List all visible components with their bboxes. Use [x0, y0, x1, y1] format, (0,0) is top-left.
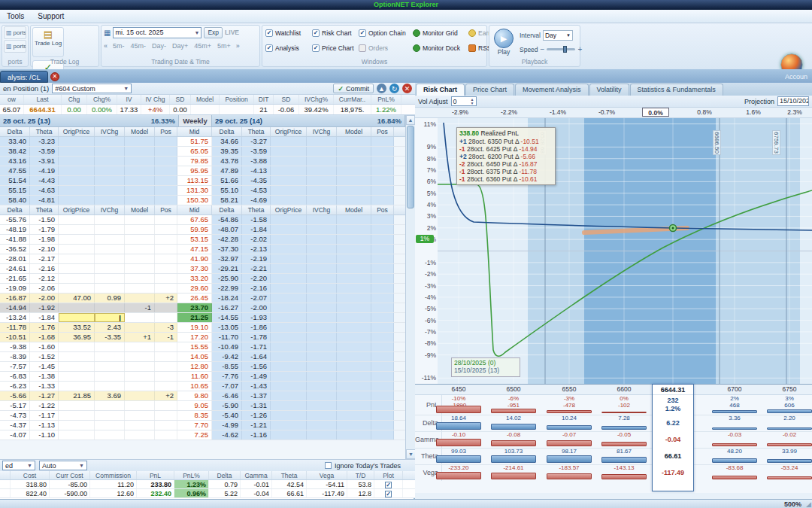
chain-row[interactable]: -21.65-2.1233.20-25.90-2.20	[0, 274, 405, 284]
nav-button-Day[interactable]: Day-	[149, 42, 169, 50]
account-panel-label[interactable]: Accoun	[785, 71, 812, 83]
plot-checkbox[interactable]: ✓	[385, 491, 392, 497]
closed-filter-select[interactable]: ed▼	[2, 461, 35, 470]
chain-row[interactable]: 55.15-4.63131.3055.10-4.53	[0, 186, 405, 196]
plot-checkbox[interactable]: ✓	[385, 482, 392, 488]
reports-button[interactable]: ▥ports	[4, 26, 26, 39]
chain-row[interactable]: 38.42-3.5965.0539.35-3.59	[0, 147, 405, 157]
risk-chart-plot[interactable]: 11%9%8%7%6%5%4%3%2%1%-1%-2%-3%-4%-5%-6%-…	[415, 118, 812, 384]
group-mode-select[interactable]: Auto▼	[39, 461, 87, 470]
tab-risk-chart[interactable]: Risk Chart	[416, 84, 465, 96]
window-toggle-analysis[interactable]: ✓Analysis	[265, 43, 312, 53]
price-edit-input[interactable]: |	[95, 313, 125, 322]
interval-select[interactable]: Day▼	[543, 30, 573, 41]
spinner-arrows-icon[interactable]: ▲▼	[471, 98, 474, 105]
top-axis-current-marker[interactable]: 0.0%	[642, 108, 669, 117]
chevron-right-icon[interactable]: »	[236, 42, 240, 50]
projection-date-input[interactable]: 15/10/2025	[777, 96, 809, 106]
trade-date-input[interactable]: mi. 15 oct. 2025▼	[113, 27, 201, 38]
nav-button-Day[interactable]: Day+	[169, 42, 191, 50]
trades-row[interactable]: 822.40-590.0012.60232.400.96%5.22-0.0466…	[0, 489, 415, 498]
nav-button-45m[interactable]: 45m+	[191, 42, 214, 50]
tab-volatility[interactable]: Volatility	[589, 84, 629, 96]
chain-row[interactable]: -41.88-1.9853.15-42.28-2.02	[0, 235, 405, 245]
chain-row[interactable]: -8.39-1.5214.05-9.42-1.64	[0, 352, 405, 362]
chain-cell	[307, 254, 337, 263]
chain-row[interactable]: -16.87-2.0047.000.99+226.45-18.24-2.07	[0, 294, 405, 303]
cancel-icon[interactable]: ✕	[402, 84, 412, 93]
window-toggle-monitor-dock[interactable]: Monitor Dock	[413, 43, 468, 53]
commit-button[interactable]: ✓Commit	[333, 84, 374, 93]
chain-row[interactable]: -4.73-1.178.35-5.40-1.26	[0, 411, 405, 421]
reports-button-2[interactable]: ▥ports	[4, 40, 26, 53]
chain-row[interactable]: -14.94-1.92-123.70-16.27-2.00	[0, 303, 405, 313]
slider-thumb[interactable]	[563, 46, 567, 53]
nav-button-45m[interactable]: 45m-	[128, 42, 150, 50]
tab-analysis-cl[interactable]: alysis: /CL	[0, 71, 48, 83]
trade-log-button[interactable]: ▤Trade Log	[32, 27, 64, 57]
nav-button-5m[interactable]: 5m-	[110, 42, 128, 50]
chain-row[interactable]: 33.40-3.2351.7534.66-3.27	[0, 137, 405, 147]
chain-cell: -5.17	[0, 401, 30, 410]
vol-adjust-spinner[interactable]: 0▲▼	[451, 96, 477, 106]
top-axis-label: -2.9%	[447, 108, 474, 116]
chain-row[interactable]: -55.76-1.5067.65-54.86-1.58	[0, 215, 405, 225]
refresh-icon[interactable]: ↻	[389, 84, 399, 93]
chain-cell: -1.98	[30, 235, 59, 244]
nav-button-5m[interactable]: 5m+	[214, 42, 234, 50]
menu-item-tools[interactable]: Tools	[0, 12, 31, 20]
chain-header-calls: DeltaThetaOrigPriceIVChgModelPosMidDelta…	[0, 127, 405, 137]
chain-row[interactable]: 51.54-4.43113.1551.66-4.35	[0, 176, 405, 186]
greek-cell: 10.24	[544, 415, 594, 430]
window-toggle-option-chain[interactable]: ✓Option Chain	[359, 28, 413, 38]
chain-row[interactable]: -9.38-1.6015.55-10.49-1.71	[0, 342, 405, 352]
window-toggle-watchlist[interactable]: ✓Watchlist	[265, 28, 312, 38]
tab-statistics-fundamentals[interactable]: Statistics & Fundamentals	[630, 84, 723, 96]
exp-button[interactable]: Exp	[204, 27, 223, 38]
play-button[interactable]: ▶	[494, 29, 514, 48]
chain-row[interactable]: -28.01-2.1741.90-32.97-2.19	[0, 254, 405, 264]
chain-row[interactable]: -11.78-1.7633.522.43-319.10-13.05-1.86	[0, 323, 405, 333]
play-icon: ▶	[501, 34, 507, 44]
chain-row[interactable]: 43.16-3.9179.8543.78-3.88	[0, 157, 405, 166]
window-toggle-risk-chart[interactable]: ✓Risk Chart	[312, 28, 359, 38]
chain-row[interactable]: -5.66-1.2721.853.69+29.80-6.46-1.37	[0, 391, 405, 401]
trades-row[interactable]: 318.80-85.0011.20233.801.23%0.79-0.0142.…	[0, 480, 415, 489]
send-order-icon[interactable]: ▲	[377, 84, 386, 93]
chain-row[interactable]: -4.37-1.137.70-4.99-1.21	[0, 421, 405, 430]
chain-row[interactable]: -7.57-1.4512.80-8.55-1.56	[0, 362, 405, 372]
speed-slider[interactable]	[547, 48, 575, 50]
strategy-select[interactable]: #604 Custom▼	[52, 84, 132, 93]
chain-row[interactable]: -5.17-1.229.05-5.90-1.31	[0, 401, 405, 411]
scrollbar-thumb[interactable]	[407, 126, 414, 208]
window-toggle-orders[interactable]: Orders	[359, 43, 413, 53]
plus-icon[interactable]: +	[577, 45, 582, 53]
chain-row[interactable]: 58.40-4.81150.3058.21-4.69	[0, 196, 405, 205]
chain-row[interactable]: -19.09-2.0629.60-22.99-2.16	[0, 284, 405, 294]
chain-row[interactable]: 47.55-4.1995.9547.89-4.13	[0, 166, 405, 176]
close-tab-icon[interactable]: ✕	[50, 72, 59, 81]
minus-icon[interactable]: −	[541, 45, 545, 53]
chain-row[interactable]: -6.83-1.3811.60-7.76-1.49	[0, 372, 405, 382]
chain-row[interactable]: -4.07-1.107.25-4.62-1.16	[0, 430, 405, 440]
chain-cell	[125, 294, 155, 303]
chain-row[interactable]: -10.51-1.6836.95-3.35+1-117.20-11.70-1.7…	[0, 333, 405, 342]
window-toggle-monitor-grid[interactable]: Monitor Grid	[413, 28, 468, 38]
chain-cell: -4.73	[0, 411, 30, 420]
chain-row[interactable]: -6.23-1.3310.65-7.07-1.43	[0, 382, 405, 391]
expiry-left[interactable]: 28 oct. 25 (13)16.33%	[0, 115, 179, 126]
menu-item-support[interactable]: Support	[31, 12, 71, 20]
tab-movement-analysis[interactable]: Movement Analysis	[515, 84, 589, 96]
expiry-right[interactable]: 29 oct. 25 (14)16.84%	[212, 115, 405, 126]
chevron-left-icon[interactable]: «	[104, 42, 108, 50]
chain-scrollbar[interactable]: ▲ ▼	[405, 115, 415, 459]
ignore-trades-checkbox[interactable]	[325, 462, 332, 469]
chain-row[interactable]: -48.19-1.7959.95-48.07-1.84	[0, 225, 405, 235]
chain-row[interactable]: -13.24-1.84|21.25-14.55-1.93	[0, 313, 405, 323]
window-toggle-price-chart[interactable]: ✓Price Chart	[312, 43, 359, 53]
scroll-up-icon[interactable]: ▲	[406, 115, 415, 125]
chain-row[interactable]: -24.61-2.1637.30-29.21-2.21	[0, 264, 405, 274]
chain-row[interactable]: -36.52-2.1047.15-37.30-2.13	[0, 245, 405, 254]
resize-grip[interactable]: ◢	[806, 500, 811, 508]
tab-price-chart[interactable]: Price Chart	[465, 84, 514, 96]
